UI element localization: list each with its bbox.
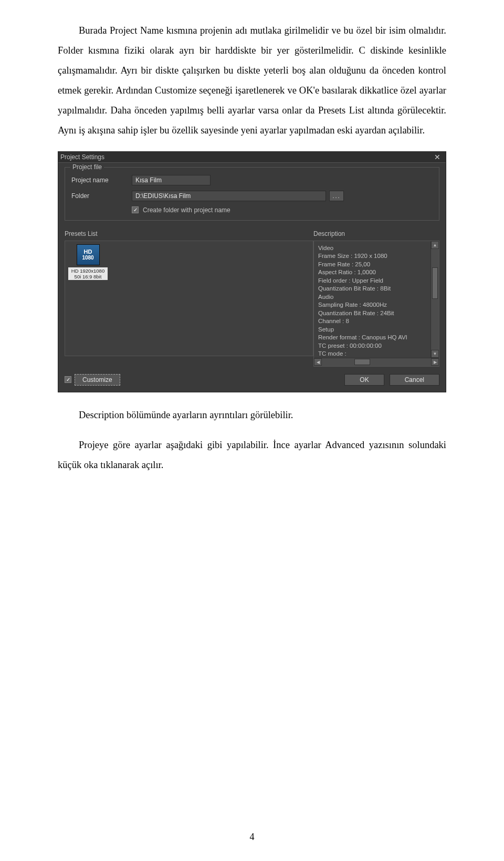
project-settings-dialog: Project Settings ✕ Project file Project … <box>58 151 446 392</box>
customize-checkbox[interactable]: ✓ <box>65 376 71 383</box>
presets-list-box[interactable]: HD 1080 HD 1920x1080 50i 16:9 8bit <box>65 241 313 356</box>
vertical-scrollbar[interactable]: ▲ ▼ <box>430 241 439 358</box>
body-paragraph-3: Projeye göre ayarlar aşağıdaki gibi yapı… <box>58 435 446 475</box>
preset-item-hd1080[interactable]: HD 1080 HD 1920x1080 50i 16:9 8bit <box>68 244 108 281</box>
presets-list-label: Presets List <box>65 230 313 237</box>
create-folder-checkbox[interactable]: ✓ <box>132 206 139 213</box>
scroll-right-arrow-icon[interactable]: ▶ <box>431 358 439 366</box>
body-paragraph-1: Burada Project Name kısmına projenin adı… <box>58 21 446 141</box>
scroll-down-arrow-icon[interactable]: ▼ <box>431 350 439 358</box>
browse-button[interactable]: ... <box>329 191 344 201</box>
horizontal-scrollbar[interactable]: ◀ ▶ <box>314 358 439 366</box>
ok-button[interactable]: OK <box>344 374 384 386</box>
dialog-title: Project Settings <box>60 153 104 161</box>
vertical-scroll-thumb[interactable] <box>432 267 438 299</box>
close-icon[interactable]: ✕ <box>431 153 444 161</box>
preset-item-label: HD 1920x1080 50i 16:9 8bit <box>68 267 108 281</box>
body-paragraph-2: Description bölümünde ayarların ayrıntıl… <box>58 406 446 426</box>
description-label: Description <box>313 230 439 237</box>
customize-button[interactable]: Customize <box>75 374 120 386</box>
create-folder-checkbox-label: Create folder with project name <box>143 206 230 214</box>
cancel-button[interactable]: Cancel <box>390 374 439 386</box>
page-number: 4 <box>0 832 504 843</box>
folder-input[interactable] <box>132 191 326 201</box>
scroll-left-arrow-icon[interactable]: ◀ <box>314 358 322 366</box>
horizontal-scroll-thumb[interactable] <box>354 359 370 365</box>
folder-label: Folder <box>71 192 132 200</box>
hd-1080-icon: HD 1080 <box>77 244 100 265</box>
project-file-fieldset: Project file Project name Folder ... ✓ C… <box>65 167 439 221</box>
description-text: Video Frame Size : 1920 x 1080 Frame Rat… <box>314 241 439 358</box>
scroll-up-arrow-icon[interactable]: ▲ <box>431 241 439 249</box>
project-name-input[interactable] <box>132 175 211 185</box>
description-box: Video Frame Size : 1920 x 1080 Frame Rat… <box>313 241 439 367</box>
project-name-label: Project name <box>71 177 132 184</box>
project-file-legend: Project file <box>70 163 104 171</box>
dialog-titlebar: Project Settings ✕ <box>58 152 446 163</box>
